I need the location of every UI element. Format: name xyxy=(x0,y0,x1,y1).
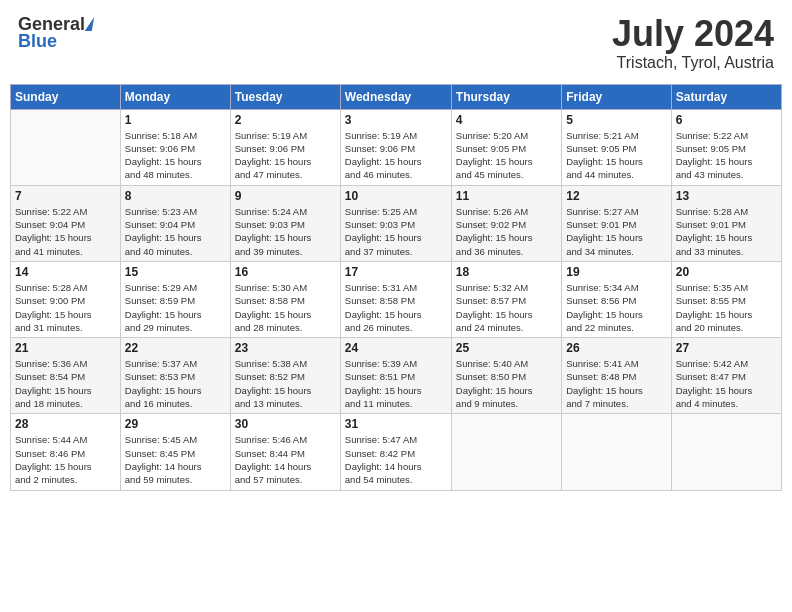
day-number: 17 xyxy=(345,265,447,279)
calendar-cell xyxy=(451,414,561,490)
calendar-cell: 12Sunrise: 5:27 AMSunset: 9:01 PMDayligh… xyxy=(562,185,671,261)
day-number: 9 xyxy=(235,189,336,203)
day-info: Sunrise: 5:19 AMSunset: 9:06 PMDaylight:… xyxy=(235,129,336,182)
day-number: 31 xyxy=(345,417,447,431)
day-info: Sunrise: 5:29 AMSunset: 8:59 PMDaylight:… xyxy=(125,281,226,334)
day-info: Sunrise: 5:42 AMSunset: 8:47 PMDaylight:… xyxy=(676,357,777,410)
day-info: Sunrise: 5:27 AMSunset: 9:01 PMDaylight:… xyxy=(566,205,666,258)
day-info: Sunrise: 5:28 AMSunset: 9:00 PMDaylight:… xyxy=(15,281,116,334)
day-info: Sunrise: 5:18 AMSunset: 9:06 PMDaylight:… xyxy=(125,129,226,182)
location-title: Tristach, Tyrol, Austria xyxy=(612,54,774,72)
day-number: 27 xyxy=(676,341,777,355)
calendar-cell: 9Sunrise: 5:24 AMSunset: 9:03 PMDaylight… xyxy=(230,185,340,261)
day-info: Sunrise: 5:25 AMSunset: 9:03 PMDaylight:… xyxy=(345,205,447,258)
day-number: 12 xyxy=(566,189,666,203)
column-header-thursday: Thursday xyxy=(451,84,561,109)
day-number: 4 xyxy=(456,113,557,127)
day-info: Sunrise: 5:31 AMSunset: 8:58 PMDaylight:… xyxy=(345,281,447,334)
calendar-cell: 11Sunrise: 5:26 AMSunset: 9:02 PMDayligh… xyxy=(451,185,561,261)
calendar-cell: 14Sunrise: 5:28 AMSunset: 9:00 PMDayligh… xyxy=(11,261,121,337)
calendar-cell xyxy=(11,109,121,185)
day-info: Sunrise: 5:22 AMSunset: 9:05 PMDaylight:… xyxy=(676,129,777,182)
day-info: Sunrise: 5:39 AMSunset: 8:51 PMDaylight:… xyxy=(345,357,447,410)
day-info: Sunrise: 5:36 AMSunset: 8:54 PMDaylight:… xyxy=(15,357,116,410)
month-title: July 2024 xyxy=(612,14,774,54)
day-info: Sunrise: 5:26 AMSunset: 9:02 PMDaylight:… xyxy=(456,205,557,258)
day-info: Sunrise: 5:45 AMSunset: 8:45 PMDaylight:… xyxy=(125,433,226,486)
calendar-header: SundayMondayTuesdayWednesdayThursdayFrid… xyxy=(11,84,782,109)
day-info: Sunrise: 5:21 AMSunset: 9:05 PMDaylight:… xyxy=(566,129,666,182)
day-number: 3 xyxy=(345,113,447,127)
day-info: Sunrise: 5:47 AMSunset: 8:42 PMDaylight:… xyxy=(345,433,447,486)
day-number: 1 xyxy=(125,113,226,127)
day-number: 29 xyxy=(125,417,226,431)
day-number: 20 xyxy=(676,265,777,279)
calendar-cell: 4Sunrise: 5:20 AMSunset: 9:05 PMDaylight… xyxy=(451,109,561,185)
day-info: Sunrise: 5:32 AMSunset: 8:57 PMDaylight:… xyxy=(456,281,557,334)
day-info: Sunrise: 5:22 AMSunset: 9:04 PMDaylight:… xyxy=(15,205,116,258)
day-number: 15 xyxy=(125,265,226,279)
day-info: Sunrise: 5:19 AMSunset: 9:06 PMDaylight:… xyxy=(345,129,447,182)
calendar-cell: 2Sunrise: 5:19 AMSunset: 9:06 PMDaylight… xyxy=(230,109,340,185)
day-number: 11 xyxy=(456,189,557,203)
calendar-cell: 16Sunrise: 5:30 AMSunset: 8:58 PMDayligh… xyxy=(230,261,340,337)
day-number: 10 xyxy=(345,189,447,203)
day-info: Sunrise: 5:20 AMSunset: 9:05 PMDaylight:… xyxy=(456,129,557,182)
column-header-sunday: Sunday xyxy=(11,84,121,109)
page-header: General Blue July 2024 Tristach, Tyrol, … xyxy=(10,10,782,76)
day-number: 22 xyxy=(125,341,226,355)
calendar-table: SundayMondayTuesdayWednesdayThursdayFrid… xyxy=(10,84,782,491)
calendar-cell: 30Sunrise: 5:46 AMSunset: 8:44 PMDayligh… xyxy=(230,414,340,490)
day-number: 7 xyxy=(15,189,116,203)
day-info: Sunrise: 5:38 AMSunset: 8:52 PMDaylight:… xyxy=(235,357,336,410)
day-info: Sunrise: 5:28 AMSunset: 9:01 PMDaylight:… xyxy=(676,205,777,258)
day-number: 6 xyxy=(676,113,777,127)
day-number: 18 xyxy=(456,265,557,279)
day-number: 19 xyxy=(566,265,666,279)
calendar-cell xyxy=(562,414,671,490)
day-number: 8 xyxy=(125,189,226,203)
calendar-cell: 13Sunrise: 5:28 AMSunset: 9:01 PMDayligh… xyxy=(671,185,781,261)
calendar-cell: 28Sunrise: 5:44 AMSunset: 8:46 PMDayligh… xyxy=(11,414,121,490)
title-area: July 2024 Tristach, Tyrol, Austria xyxy=(612,14,774,72)
calendar-body: 1Sunrise: 5:18 AMSunset: 9:06 PMDaylight… xyxy=(11,109,782,490)
day-info: Sunrise: 5:44 AMSunset: 8:46 PMDaylight:… xyxy=(15,433,116,486)
calendar-cell: 29Sunrise: 5:45 AMSunset: 8:45 PMDayligh… xyxy=(120,414,230,490)
calendar-cell: 21Sunrise: 5:36 AMSunset: 8:54 PMDayligh… xyxy=(11,338,121,414)
column-header-tuesday: Tuesday xyxy=(230,84,340,109)
day-info: Sunrise: 5:24 AMSunset: 9:03 PMDaylight:… xyxy=(235,205,336,258)
calendar-cell: 5Sunrise: 5:21 AMSunset: 9:05 PMDaylight… xyxy=(562,109,671,185)
calendar-cell: 15Sunrise: 5:29 AMSunset: 8:59 PMDayligh… xyxy=(120,261,230,337)
day-number: 21 xyxy=(15,341,116,355)
calendar-cell xyxy=(671,414,781,490)
calendar-cell: 1Sunrise: 5:18 AMSunset: 9:06 PMDaylight… xyxy=(120,109,230,185)
calendar-cell: 26Sunrise: 5:41 AMSunset: 8:48 PMDayligh… xyxy=(562,338,671,414)
calendar-cell: 18Sunrise: 5:32 AMSunset: 8:57 PMDayligh… xyxy=(451,261,561,337)
day-info: Sunrise: 5:23 AMSunset: 9:04 PMDaylight:… xyxy=(125,205,226,258)
calendar-cell: 27Sunrise: 5:42 AMSunset: 8:47 PMDayligh… xyxy=(671,338,781,414)
day-info: Sunrise: 5:41 AMSunset: 8:48 PMDaylight:… xyxy=(566,357,666,410)
calendar-cell: 31Sunrise: 5:47 AMSunset: 8:42 PMDayligh… xyxy=(340,414,451,490)
day-number: 13 xyxy=(676,189,777,203)
day-info: Sunrise: 5:35 AMSunset: 8:55 PMDaylight:… xyxy=(676,281,777,334)
logo-triangle-icon xyxy=(85,17,94,31)
calendar-cell: 22Sunrise: 5:37 AMSunset: 8:53 PMDayligh… xyxy=(120,338,230,414)
calendar-cell: 17Sunrise: 5:31 AMSunset: 8:58 PMDayligh… xyxy=(340,261,451,337)
day-number: 25 xyxy=(456,341,557,355)
calendar-cell: 19Sunrise: 5:34 AMSunset: 8:56 PMDayligh… xyxy=(562,261,671,337)
day-info: Sunrise: 5:46 AMSunset: 8:44 PMDaylight:… xyxy=(235,433,336,486)
day-number: 26 xyxy=(566,341,666,355)
calendar-cell: 24Sunrise: 5:39 AMSunset: 8:51 PMDayligh… xyxy=(340,338,451,414)
calendar-cell: 3Sunrise: 5:19 AMSunset: 9:06 PMDaylight… xyxy=(340,109,451,185)
day-info: Sunrise: 5:37 AMSunset: 8:53 PMDaylight:… xyxy=(125,357,226,410)
calendar-cell: 8Sunrise: 5:23 AMSunset: 9:04 PMDaylight… xyxy=(120,185,230,261)
day-number: 2 xyxy=(235,113,336,127)
logo: General Blue xyxy=(18,14,93,52)
column-header-saturday: Saturday xyxy=(671,84,781,109)
column-header-monday: Monday xyxy=(120,84,230,109)
day-number: 30 xyxy=(235,417,336,431)
day-number: 24 xyxy=(345,341,447,355)
day-info: Sunrise: 5:30 AMSunset: 8:58 PMDaylight:… xyxy=(235,281,336,334)
column-header-friday: Friday xyxy=(562,84,671,109)
day-number: 5 xyxy=(566,113,666,127)
